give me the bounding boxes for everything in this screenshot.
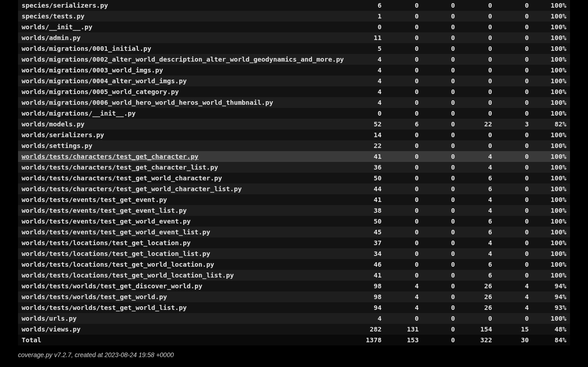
file-name-cell: worlds/tests/locations/test_get_location… [18, 237, 348, 248]
statements-cell: 4 [348, 54, 385, 65]
table-row[interactable]: species/serializers.py60000100% [18, 0, 570, 11]
file-link[interactable]: worlds/__init__.py [22, 23, 92, 31]
table-row[interactable]: worlds/migrations/__init__.py00000100% [18, 108, 570, 119]
branches-cell: 0 [458, 140, 496, 151]
file-link[interactable]: worlds/urls.py [22, 315, 77, 322]
table-row[interactable]: worlds/models.py526022382% [18, 119, 570, 130]
partial-cell: 0 [496, 43, 532, 54]
missing-cell: 4 [385, 281, 422, 291]
coverage-cell: 100% [532, 108, 570, 119]
file-link[interactable]: worlds/tests/events/test_get_world_event… [22, 228, 210, 236]
statements-cell: 1378 [348, 335, 385, 345]
partial-cell: 0 [496, 76, 532, 86]
statements-cell: 5 [348, 43, 385, 54]
excluded-cell: 0 [422, 22, 458, 32]
table-row[interactable]: worlds/migrations/0004_alter_world_imgs.… [18, 76, 570, 86]
table-row[interactable]: worlds/migrations/0003_world_imgs.py4000… [18, 65, 570, 76]
table-row[interactable]: worlds/tests/characters/test_get_world_c… [18, 184, 570, 194]
footer-text: coverage.py v7.2.7, created at 2023-08-2… [18, 352, 570, 358]
branches-cell: 4 [458, 237, 496, 248]
table-row[interactable]: worlds/admin.py110000100% [18, 32, 570, 43]
table-row[interactable]: worlds/migrations/0002_alter_world_descr… [18, 54, 570, 65]
file-link[interactable]: worlds/tests/characters/test_get_world_c… [22, 175, 222, 182]
coverage-cell: 100% [532, 11, 570, 22]
table-row[interactable]: worlds/__init__.py00000100% [18, 22, 570, 32]
file-link[interactable]: worlds/tests/locations/test_get_location… [22, 239, 190, 246]
table-row[interactable]: species/tests.py10000100% [18, 11, 570, 22]
file-link[interactable]: worlds/serializers.py [22, 131, 104, 139]
table-row[interactable]: worlds/tests/characters/test_get_charact… [18, 162, 570, 173]
file-link[interactable]: worlds/tests/events/test_get_event.py [22, 196, 167, 203]
file-link[interactable]: worlds/migrations/0003_world_imgs.py [22, 67, 163, 74]
statements-cell: 22 [348, 140, 385, 151]
file-link[interactable]: worlds/migrations/0001_initial.py [22, 45, 151, 52]
missing-cell: 0 [385, 313, 422, 324]
missing-cell: 0 [385, 162, 422, 173]
coverage-cell: 100% [532, 237, 570, 248]
statements-cell: 46 [348, 259, 385, 270]
file-link[interactable]: worlds/migrations/__init__.py [22, 110, 136, 117]
file-link[interactable]: worlds/tests/characters/test_get_charact… [22, 164, 218, 171]
statements-cell: 1 [348, 11, 385, 22]
file-link[interactable]: worlds/tests/events/test_get_event_list.… [22, 207, 187, 214]
file-link[interactable]: worlds/tests/worlds/test_get_world.py [22, 293, 167, 300]
table-row[interactable]: worlds/tests/events/test_get_world_event… [18, 216, 570, 227]
file-link[interactable]: worlds/tests/locations/test_get_world_lo… [22, 261, 214, 268]
table-row[interactable]: worlds/serializers.py140000100% [18, 130, 570, 140]
file-link[interactable]: species/tests.py [22, 13, 85, 20]
file-link[interactable]: worlds/views.py [22, 326, 81, 333]
table-row[interactable]: worlds/tests/worlds/test_get_world.py984… [18, 291, 570, 302]
coverage-cell: 82% [532, 119, 570, 130]
branches-cell: 0 [458, 76, 496, 86]
missing-cell: 0 [385, 108, 422, 119]
table-row[interactable]: worlds/tests/locations/test_get_world_lo… [18, 259, 570, 270]
excluded-cell: 0 [422, 194, 458, 205]
file-link[interactable]: worlds/tests/worlds/test_get_world_list.… [22, 304, 187, 311]
table-row[interactable]: worlds/tests/worlds/test_get_world_list.… [18, 302, 570, 313]
file-link[interactable]: worlds/tests/events/test_get_world_event… [22, 218, 190, 225]
table-row[interactable]: worlds/migrations/0006_world_hero_world_… [18, 97, 570, 108]
file-link[interactable]: worlds/tests/characters/test_get_world_c… [22, 185, 242, 192]
file-link[interactable]: species/serializers.py [22, 2, 108, 9]
table-row[interactable]: worlds/tests/locations/test_get_location… [18, 248, 570, 259]
table-row[interactable]: worlds/migrations/0001_initial.py5000010… [18, 43, 570, 54]
file-link[interactable]: worlds/tests/locations/test_get_world_lo… [22, 272, 234, 279]
excluded-cell: 0 [422, 248, 458, 259]
file-link[interactable]: worlds/settings.py [22, 142, 92, 149]
table-row[interactable]: worlds/settings.py220000100% [18, 140, 570, 151]
table-row[interactable]: worlds/tests/locations/test_get_world_lo… [18, 270, 570, 281]
file-link[interactable]: worlds/migrations/0002_alter_world_descr… [22, 56, 344, 63]
table-row[interactable]: worlds/tests/events/test_get_event_list.… [18, 205, 570, 216]
table-row[interactable]: worlds/tests/characters/test_get_world_c… [18, 173, 570, 184]
file-name-cell: worlds/tests/locations/test_get_world_lo… [18, 259, 348, 270]
file-name-cell: species/serializers.py [18, 0, 348, 11]
file-link[interactable]: worlds/migrations/0005_world_category.py [22, 88, 179, 95]
partial-cell: 0 [496, 227, 532, 237]
file-link[interactable]: worlds/models.py [22, 121, 85, 128]
excluded-cell: 0 [422, 281, 458, 291]
table-row[interactable]: worlds/urls.py40000100% [18, 313, 570, 324]
table-row[interactable]: worlds/views.py28213101541548% [18, 324, 570, 335]
excluded-cell: 0 [422, 259, 458, 270]
table-row[interactable]: worlds/migrations/0005_world_category.py… [18, 86, 570, 97]
statements-cell: 41 [348, 270, 385, 281]
excluded-cell: 0 [422, 130, 458, 140]
excluded-cell: 0 [422, 291, 458, 302]
file-link[interactable]: worlds/migrations/0004_alter_world_imgs.… [22, 77, 187, 85]
file-link[interactable]: worlds/tests/characters/test_get_charact… [22, 153, 199, 160]
table-row[interactable]: worlds/tests/characters/test_get_charact… [18, 151, 570, 162]
table-row[interactable]: worlds/tests/locations/test_get_location… [18, 237, 570, 248]
file-link[interactable]: worlds/tests/worlds/test_get_discover_wo… [22, 282, 203, 290]
missing-cell: 0 [385, 237, 422, 248]
table-row[interactable]: worlds/tests/events/test_get_world_event… [18, 227, 570, 237]
table-row[interactable]: worlds/tests/worlds/test_get_discover_wo… [18, 281, 570, 291]
file-link[interactable]: worlds/migrations/0006_world_hero_world_… [22, 99, 273, 106]
branches-cell: 0 [458, 313, 496, 324]
excluded-cell: 0 [422, 173, 458, 184]
file-link[interactable]: worlds/tests/locations/test_get_location… [22, 250, 210, 257]
missing-cell: 0 [385, 151, 422, 162]
table-row[interactable]: worlds/tests/events/test_get_event.py410… [18, 194, 570, 205]
partial-cell: 4 [496, 302, 532, 313]
excluded-cell: 0 [422, 11, 458, 22]
file-link[interactable]: worlds/admin.py [22, 34, 81, 41]
